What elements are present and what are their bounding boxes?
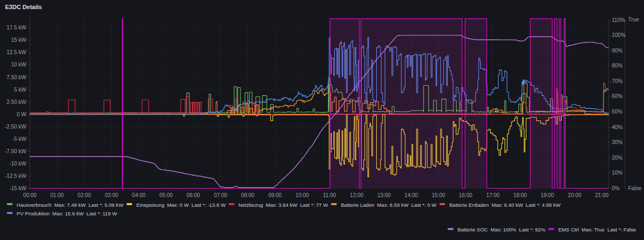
svg-text:2.50 kW: 2.50 kW <box>6 99 26 105</box>
svg-text:01:00: 01:00 <box>50 192 64 198</box>
svg-text:Max: 100%: Max: 100% <box>491 227 516 232</box>
svg-text:Max: 6.59 kW: Max: 6.59 kW <box>377 202 409 208</box>
svg-text:17:00: 17:00 <box>486 192 500 198</box>
svg-text:12.5 kW: 12.5 kW <box>6 49 26 55</box>
svg-text:False: False <box>628 185 642 191</box>
svg-text:Max: 3.64 kW: Max: 3.64 kW <box>266 202 298 208</box>
svg-text:21:00: 21:00 <box>595 192 609 198</box>
svg-text:15 kW: 15 kW <box>11 37 27 43</box>
svg-text:18:00: 18:00 <box>514 192 527 198</box>
svg-text:14:00: 14:00 <box>405 192 418 198</box>
svg-text:Hausverbrauch: Hausverbrauch <box>17 202 52 208</box>
svg-text:-10 kW: -10 kW <box>9 161 26 167</box>
svg-text:Max: 6.40 kW: Max: 6.40 kW <box>492 202 524 208</box>
svg-text:70%: 70% <box>612 78 623 84</box>
svg-text:60%: 60% <box>612 93 623 99</box>
svg-text:13:00: 13:00 <box>377 192 391 198</box>
svg-text:Last *: 92%: Last *: 92% <box>519 227 546 232</box>
svg-text:Last *: -13.6 W: Last *: -13.6 W <box>192 202 226 208</box>
svg-text:40%: 40% <box>612 124 623 130</box>
svg-text:20%: 20% <box>612 155 623 161</box>
svg-text:0%: 0% <box>612 185 620 191</box>
svg-text:Last *: 0 W: Last *: 0 W <box>411 202 437 208</box>
svg-text:19:00: 19:00 <box>540 192 554 198</box>
svg-text:-15 kW: -15 kW <box>9 185 26 191</box>
svg-text:80%: 80% <box>612 63 623 69</box>
svg-text:7.50 kW: 7.50 kW <box>6 74 26 80</box>
svg-text:30%: 30% <box>612 139 623 145</box>
svg-text:10 kW: 10 kW <box>11 62 27 68</box>
svg-text:Last *: False: Last *: False <box>608 227 636 232</box>
svg-text:17.5 kW: 17.5 kW <box>6 25 26 31</box>
svg-text:Last *: 119 W: Last *: 119 W <box>86 211 118 216</box>
svg-text:Batterie Laden: Batterie Laden <box>341 202 374 208</box>
svg-text:07:00: 07:00 <box>214 192 227 198</box>
svg-text:Batterie Entladen: Batterie Entladen <box>449 202 489 208</box>
svg-text:12:00: 12:00 <box>350 192 363 198</box>
svg-text:-5 kW: -5 kW <box>12 136 27 142</box>
svg-text:110%: 110% <box>612 17 625 23</box>
svg-text:Batterie SOC: Batterie SOC <box>458 227 488 232</box>
svg-text:Max: 0 W: Max: 0 W <box>167 202 189 208</box>
svg-text:Netzbezug: Netzbezug <box>238 202 263 208</box>
svg-text:PV Produktion: PV Produktion <box>17 211 49 216</box>
svg-text:Max: 7.49 kW: Max: 7.49 kW <box>54 202 86 208</box>
svg-text:11:00: 11:00 <box>323 192 336 198</box>
svg-text:06:00: 06:00 <box>187 192 200 198</box>
svg-text:5 kW: 5 kW <box>14 87 26 93</box>
svg-text:90%: 90% <box>612 48 623 54</box>
svg-text:10%: 10% <box>612 170 623 176</box>
svg-text:0 W: 0 W <box>17 111 26 117</box>
svg-text:16:00: 16:00 <box>459 192 472 198</box>
svg-text:E3DC Details: E3DC Details <box>5 4 42 10</box>
svg-text:00:00: 00:00 <box>23 192 36 198</box>
svg-text:08:00: 08:00 <box>241 192 254 198</box>
svg-text:100%: 100% <box>612 32 626 38</box>
svg-text:04:00: 04:00 <box>132 192 145 198</box>
svg-text:05:00: 05:00 <box>159 192 173 198</box>
svg-text:Last *: 5.08 kW: Last *: 5.08 kW <box>89 202 124 208</box>
svg-text:Last *: 77 W: Last *: 77 W <box>300 202 328 208</box>
svg-text:03:00: 03:00 <box>105 192 118 198</box>
svg-text:True: True <box>628 17 640 22</box>
svg-text:Max: True: Max: True <box>582 227 605 232</box>
svg-text:09:00: 09:00 <box>268 192 282 198</box>
svg-text:Last *: 4.89 kW: Last *: 4.89 kW <box>526 202 561 208</box>
svg-text:EMS Ctrl: EMS Ctrl <box>558 227 579 232</box>
svg-text:-7.50 kW: -7.50 kW <box>5 148 27 154</box>
svg-text:50%: 50% <box>612 109 623 115</box>
svg-text:15:00: 15:00 <box>431 192 445 198</box>
svg-text:-2.50 kW: -2.50 kW <box>5 124 27 130</box>
svg-text:Max: 15.6 kW: Max: 15.6 kW <box>53 211 85 216</box>
svg-text:20:00: 20:00 <box>568 192 581 198</box>
svg-text:-12.5 kW: -12.5 kW <box>5 173 27 179</box>
svg-text:10:00: 10:00 <box>296 192 309 198</box>
svg-text:Einspeisung: Einspeisung <box>136 202 164 208</box>
svg-text:02:00: 02:00 <box>78 192 91 198</box>
